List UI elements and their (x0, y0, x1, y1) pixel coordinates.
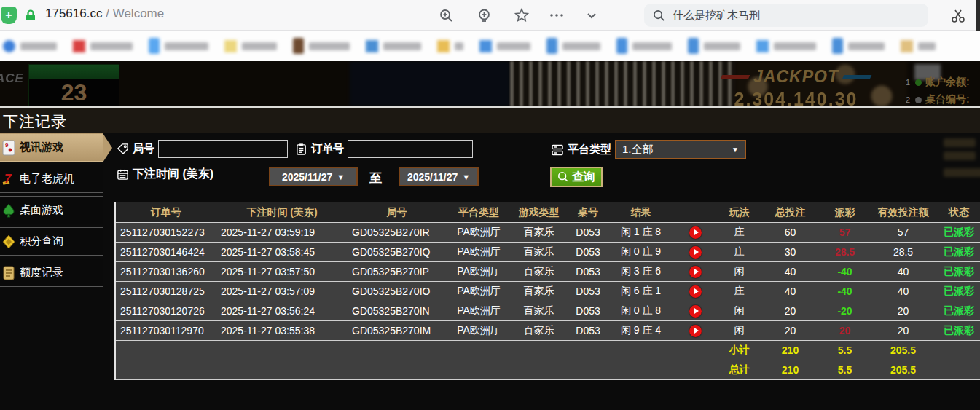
cell-order: 251127030112970 (116, 321, 216, 340)
summary-cell-platform (446, 341, 511, 360)
play-video-button[interactable] (689, 305, 702, 318)
bookmark-item[interactable] (688, 38, 740, 54)
cell-play (672, 262, 719, 281)
cell-order: 251127030136260 (116, 262, 216, 281)
bookmark-item[interactable] (479, 40, 530, 52)
cell-bet: 庄 (719, 282, 759, 301)
summary-cell-time (216, 341, 348, 360)
bookmark-item[interactable] (149, 38, 208, 54)
favorite-star-icon[interactable] (513, 7, 530, 24)
summary-cell-table (566, 360, 610, 379)
table-row: 2511270301287252025-11-27 03:57:09GD0532… (116, 282, 980, 301)
bookmark-blurred-label (848, 42, 885, 50)
date-from-select[interactable]: 2025/11/27 ▼ (269, 167, 358, 186)
sidebar-item-4[interactable]: 积分查询 (0, 227, 103, 256)
ssl-lock-icon[interactable] (24, 9, 37, 22)
play-video-button[interactable] (689, 285, 702, 298)
bookmark-item[interactable] (616, 38, 672, 54)
bookmark-item[interactable] (901, 40, 936, 52)
sidebar-item-label: 电子老虎机 (20, 172, 74, 186)
summary-cell-play (672, 360, 719, 379)
bookmark-item[interactable] (832, 38, 885, 54)
round-input[interactable] (158, 140, 288, 158)
cell-valid: 28.5 (869, 243, 938, 261)
bookmark-item[interactable] (437, 40, 463, 52)
cell-table: D053 (566, 223, 610, 242)
column-header: 结果 (610, 202, 672, 222)
adblock-extension-icon[interactable]: + (1, 7, 17, 24)
search-input[interactable]: 什么是挖矿木马刑 (644, 4, 928, 27)
zoom-in-icon[interactable] (437, 7, 455, 24)
play-video-button[interactable] (689, 226, 702, 239)
sidebar-item-2[interactable]: 7电子老虎机 (0, 165, 103, 193)
sidebar-item-1[interactable]: 9视讯游戏 (0, 133, 103, 162)
cell-total: 40 (759, 262, 821, 281)
cell-result: 闲 0 庄 8 (610, 301, 672, 320)
date-to-wrap: 2025/11/27 ▼ (399, 167, 479, 186)
dropdown-caret-icon: ▼ (337, 173, 345, 181)
play-video-button[interactable] (689, 325, 702, 337)
ledger-icon (1, 265, 17, 281)
banner-dim-overlay (0, 61, 980, 106)
casino-banner: ACE 23 JACKPOT 2,304,140.30 1账户余额:2桌台编号: (0, 61, 980, 106)
platform-filter: 平台类型 1.全部 ▼ (551, 140, 746, 159)
bookmark-item[interactable] (224, 40, 277, 52)
filter-row-2: 下注时间 (美东) 2025/11/27 ▼ 至 2025/11/27 ▼ 查询 (114, 167, 980, 187)
cell-payout: -20 (821, 301, 869, 320)
cell-play (672, 321, 719, 340)
url-separator: / (106, 7, 109, 20)
summary-row: 小计2105.5205.5 (116, 341, 980, 360)
bookmark-item[interactable] (293, 38, 350, 54)
bookmark-item[interactable] (366, 40, 421, 52)
play-video-button[interactable] (689, 246, 702, 259)
summary-cell-valid: 205.5 (869, 360, 938, 379)
bookmark-item[interactable] (756, 40, 816, 52)
scissors-icon[interactable] (949, 7, 967, 25)
date-from-value: 2025/11/27 (282, 171, 332, 183)
cell-result: 闲 1 庄 8 (610, 223, 672, 242)
query-button[interactable]: 查询 (550, 167, 603, 187)
page-title: 下注记录 (0, 108, 980, 132)
cell-result: 闲 6 庄 1 (610, 282, 672, 301)
bookmark-blurred-label (20, 42, 57, 50)
cell-play (672, 282, 719, 301)
window-edge (976, 0, 980, 31)
bookmark-item[interactable] (546, 38, 600, 54)
cell-order: 251127030120726 (116, 301, 216, 320)
platform-label: 平台类型 (568, 143, 611, 157)
cell-time: 2025-11-27 03:57:09 (216, 282, 348, 301)
cell-game: 百家乐 (511, 282, 566, 301)
more-options-icon[interactable] (548, 7, 565, 24)
cell-status: 已派彩 (938, 262, 980, 281)
platform-select[interactable]: 1.全部 ▼ (615, 140, 746, 159)
cell-order: 251127030152273 (116, 223, 216, 242)
column-header: 总投注 (759, 202, 821, 222)
summary-cell-order (116, 360, 216, 379)
summary-cell-round (348, 341, 446, 360)
cell-game: 百家乐 (511, 243, 566, 261)
bookmark-blurred-label (242, 42, 277, 50)
column-header: 有效投注额 (869, 202, 938, 222)
cell-time: 2025-11-27 03:56:24 (216, 301, 348, 320)
play-video-button[interactable] (689, 266, 702, 278)
sidebar-item-5[interactable]: 额度记录 (0, 259, 103, 287)
date-to-select[interactable]: 2025/11/27 ▼ (399, 167, 479, 186)
cell-game: 百家乐 (511, 321, 566, 340)
bookmark-item[interactable] (3, 40, 57, 52)
address-bar-url[interactable]: 175616.cc / Welcome (45, 7, 164, 21)
order-input[interactable] (348, 140, 473, 158)
chevron-down-icon[interactable] (583, 7, 600, 24)
cell-result: 闲 3 庄 6 (610, 262, 672, 281)
summary-cell-table (566, 341, 610, 360)
diamond-icon (1, 234, 17, 250)
tag-icon (117, 143, 129, 155)
bookmark-blurred-label (918, 42, 936, 50)
cell-payout: 20 (821, 321, 869, 340)
sidebar-item-3[interactable]: 桌面游戏 (0, 196, 103, 224)
dimmed-background-text (944, 138, 976, 147)
collections-lightbulb-icon[interactable] (475, 7, 493, 24)
cell-bet: 庄 (719, 243, 759, 261)
bookmark-item[interactable] (73, 40, 133, 52)
card-icon: 9 (1, 140, 17, 156)
column-header: 下注时间 (美东) (216, 202, 348, 222)
